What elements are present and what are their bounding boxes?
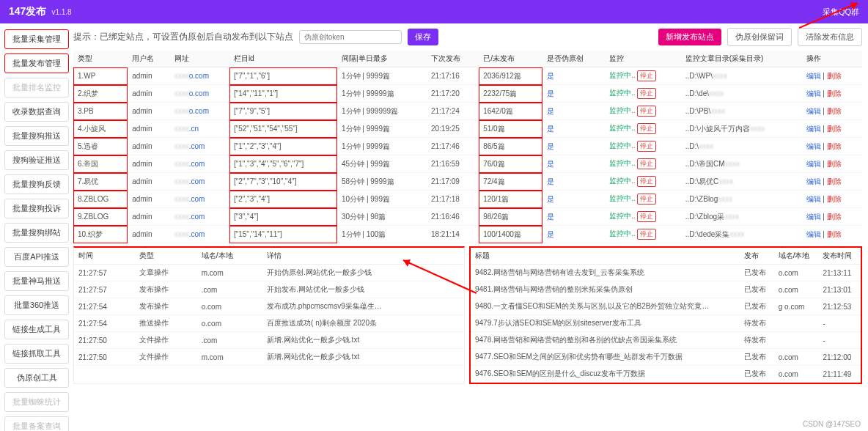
stop-button[interactable]: 停止 <box>637 123 656 134</box>
sidebar-item-7[interactable]: 批量搜狗投诉 <box>4 199 69 218</box>
table-row: 2.织梦adminxxxxo.com["14","11","1"]1分钟 | 9… <box>73 85 862 103</box>
save-button[interactable]: 保存 <box>408 29 438 45</box>
log-row: 21:27:57文章操作m.com开始伪原创.网站优化一般多少钱 <box>74 265 464 281</box>
edit-link[interactable]: 编辑 <box>806 89 821 97</box>
delete-link[interactable]: 删除 <box>827 195 842 203</box>
sidebar-item-10[interactable]: 批量神马推送 <box>4 271 69 291</box>
sidebar-item-1[interactable]: 批量发布管理 <box>4 54 69 73</box>
log-row: 9482.网络营销与网络营销有谁去发到_云客采集系统已发布o.com21:13:… <box>471 265 861 281</box>
col-6: 已/未发布 <box>479 51 542 67</box>
tip-bar: 提示：已绑定站点，可设置伪原创后自动发布到以下站点 保存 新增发布站点 伪原创保… <box>73 28 862 46</box>
log-row: 9477.SEO和SEM之间的区别和优劣势有哪些_站群发布千万数据已发布o.co… <box>471 349 861 366</box>
edit-link[interactable]: 编辑 <box>806 230 821 238</box>
sidebar-item-4[interactable]: 批量搜狗推送 <box>4 126 69 146</box>
log-row: 9480.一文看懂SEO和SEM的关系与区别,以及它的B2B外贸独立站究竟…已发… <box>471 298 861 315</box>
sidebar-item-0[interactable]: 批量采集管理 <box>4 29 69 49</box>
table-row: 3.PBadminxxxxo.com["7","9","5"]1分钟 | 999… <box>73 103 862 120</box>
edit-link[interactable]: 编辑 <box>806 72 821 80</box>
log-row: 9481.网络营销与网络营销的整别米拓采集伪原创已发布o.com21:13:01 <box>471 281 861 298</box>
log-row: 9476.SEO和SEM的区别是什么_discuz发布千万数据已发布o.com2… <box>471 366 861 383</box>
log-row: 21:27:50文件操作m.com新增.网站优化一般多少钱.txt <box>74 349 464 366</box>
stop-button[interactable]: 停止 <box>637 176 656 187</box>
col-9: 监控文章目录(采集目录) <box>681 51 802 67</box>
add-site-button[interactable]: 新增发布站点 <box>658 29 721 45</box>
sidebar-item-2[interactable]: 批量排名监控 <box>4 78 69 97</box>
col-3: 栏目id <box>229 51 337 67</box>
table-row: 10.织梦adminxxxx.com["15","14","11"]1分钟 | … <box>73 226 862 243</box>
sites-table: 类型用户名网址栏目id间隔|单日最多下次发布已/未发布是否伪原创监控监控文章目录… <box>73 51 862 243</box>
col-10: 操作 <box>802 51 862 67</box>
app-version: v1.1.8 <box>51 8 71 16</box>
log-row: 9479.7步认清SEO和SEM的区别siteserver发布工具待发布- <box>471 315 861 332</box>
fake-words-button[interactable]: 伪原创保留词 <box>727 28 792 46</box>
stop-button[interactable]: 停止 <box>637 211 656 222</box>
stop-button[interactable]: 停止 <box>637 158 656 169</box>
app-title: 147发布 <box>9 5 46 17</box>
edit-link[interactable]: 编辑 <box>806 125 821 133</box>
delete-link[interactable]: 删除 <box>827 230 842 238</box>
stop-button[interactable]: 停止 <box>637 106 656 117</box>
col-5: 下次发布 <box>427 51 479 67</box>
sidebar-item-8[interactable]: 批量搜狗绑站 <box>4 223 69 243</box>
log-row: 21:27:57发布操作.com开始发布.网站优化一般多少钱 <box>74 281 464 298</box>
sidebar-item-5[interactable]: 搜狗验证推送 <box>4 150 69 170</box>
log-row: 21:27:50文件操作.com新增.网站优化一般多少钱.txt <box>74 332 464 349</box>
sidebar-item-6[interactable]: 批量搜狗反馈 <box>4 174 69 194</box>
table-row: 5.迅睿adminxxxx.com["1","2","3","4"]1分钟 | … <box>73 138 862 155</box>
col-7: 是否伪原创 <box>542 51 605 67</box>
edit-link[interactable]: 编辑 <box>806 107 821 115</box>
edit-link[interactable]: 编辑 <box>806 213 821 221</box>
table-row: 9.ZBLOGadminxxxx.com["3","4"]30分钟 | 98篇2… <box>73 208 862 226</box>
col-8: 监控 <box>605 51 680 67</box>
edit-link[interactable]: 编辑 <box>806 142 821 150</box>
col-1: 用户名 <box>128 51 170 67</box>
delete-link[interactable]: 删除 <box>827 142 842 150</box>
left-log-pane: 时间类型域名/本地详情21:27:57文章操作m.com开始伪原创.网站优化一般… <box>73 246 465 384</box>
delete-link[interactable]: 删除 <box>827 213 842 221</box>
table-row: 1.WPadminxxxxo.com["7","1","6"]1分钟 | 999… <box>73 67 862 85</box>
sidebar-item-13[interactable]: 链接抓取工具 <box>4 344 69 364</box>
delete-link[interactable]: 删除 <box>827 72 842 80</box>
col-0: 类型 <box>73 51 128 67</box>
sidebar-item-16[interactable]: 批量备案查询 <box>4 416 69 431</box>
sidebar-item-15[interactable]: 批量蜘蛛统计 <box>4 392 69 412</box>
delete-link[interactable]: 删除 <box>827 125 842 133</box>
edit-link[interactable]: 编辑 <box>806 160 821 168</box>
table-row: 7.易优adminxxxx.com["2","7","3","10","4"]5… <box>73 173 862 191</box>
delete-link[interactable]: 删除 <box>827 89 842 97</box>
stop-button[interactable]: 停止 <box>637 194 656 205</box>
table-row: 6.帝国adminxxxx.com["1","3","4","5","6","7… <box>73 155 862 173</box>
token-input[interactable] <box>299 30 402 44</box>
sidebar-item-9[interactable]: 百度API推送 <box>4 247 69 267</box>
sidebar-item-12[interactable]: 链接生成工具 <box>4 320 69 339</box>
stop-button[interactable]: 停止 <box>637 70 656 81</box>
stop-button[interactable]: 停止 <box>637 88 656 99</box>
log-row: 21:27:54发布操作o.com发布成功.phpcmscmsv9采集蕴生… <box>74 298 464 315</box>
table-row: 4.小旋风adminxxxx.cn["52","51","54","55"]1分… <box>73 120 862 138</box>
delete-link[interactable]: 删除 <box>827 160 842 168</box>
col-2: 网址 <box>170 51 229 67</box>
edit-link[interactable]: 编辑 <box>806 195 821 203</box>
stop-button[interactable]: 停止 <box>637 229 656 240</box>
watermark: CSDN @147SEO <box>803 420 861 428</box>
stop-button[interactable]: 停止 <box>637 141 656 152</box>
log-row: 9478.网络营销和网络营销的整别和各别的优缺点帝国采集系统待发布- <box>471 332 861 349</box>
edit-link[interactable]: 编辑 <box>806 177 821 185</box>
top-bar: 147发布 v1.1.8 采集QQ群 <box>0 0 868 23</box>
clear-info-button[interactable]: 清除发布信息 <box>798 28 862 46</box>
sidebar-item-11[interactable]: 批量360推送 <box>4 295 69 315</box>
right-log-pane: 标题发布域名/本地发布时间9482.网络营销与网络营销有谁去发到_云客采集系统已… <box>469 246 862 384</box>
qq-group-link[interactable]: 采集QQ群 <box>823 7 859 18</box>
sidebar: 批量采集管理批量发布管理批量排名监控收录数据查询批量搜狗推送搜狗验证推送批量搜狗… <box>0 23 73 431</box>
log-row: 21:27:54推送操作o.com百度推送成功( n)剩余额度 2020条 <box>74 315 464 332</box>
tip-text: 提示：已绑定站点，可设置伪原创后自动发布到以下站点 <box>73 31 293 43</box>
sidebar-item-3[interactable]: 收录数据查询 <box>4 102 69 122</box>
table-row: 8.ZBLOGadminxxxx.com["2","3","4"]10分钟 | … <box>73 191 862 208</box>
delete-link[interactable]: 删除 <box>827 107 842 115</box>
col-4: 间隔|单日最多 <box>337 51 427 67</box>
sidebar-item-14[interactable]: 伪原创工具 <box>4 368 69 388</box>
delete-link[interactable]: 删除 <box>827 177 842 185</box>
